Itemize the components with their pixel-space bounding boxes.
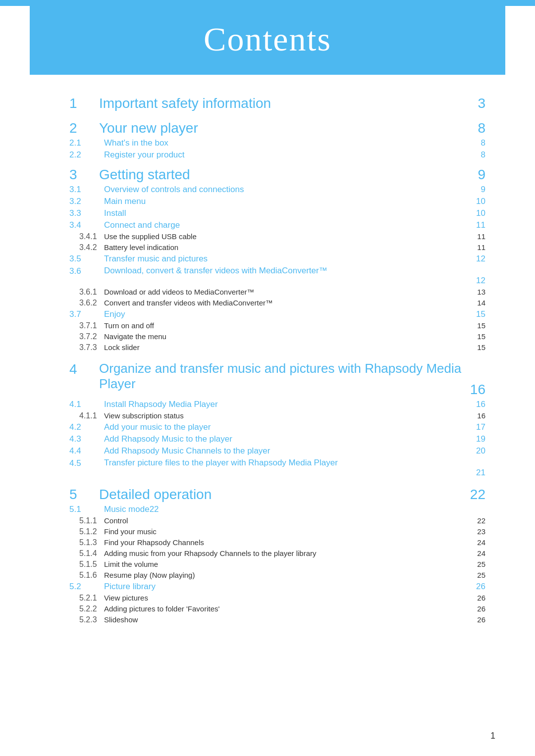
toc-text-4-1: Install Rhapsody Media Player: [99, 400, 466, 409]
toc-page-5-1-1: 22: [466, 516, 485, 525]
toc-page-5-2-3: 26: [466, 615, 485, 624]
toc-page-5-2-1: 26: [466, 594, 485, 602]
top-border: [0, 0, 535, 6]
page: Contents 1 Important safety information …: [0, 0, 535, 756]
toc-num-4: 4: [69, 361, 99, 377]
toc-num-5-1-3: 5.1.3: [69, 538, 99, 547]
toc-text-5: Detailed operation: [99, 487, 466, 503]
toc-page-5-2-2: 26: [466, 605, 485, 613]
toc-text-3-5: Transfer music and pictures: [99, 254, 466, 264]
toc-num-3: 3: [69, 167, 99, 183]
toc-num-4-5: 4.5: [69, 458, 99, 468]
toc-item-5-2: 5.2 Picture library 26: [69, 582, 485, 592]
toc-text-2: Your new player: [99, 120, 466, 136]
toc-page-2-2: 8: [466, 150, 485, 160]
toc-page-3-5: 12: [466, 254, 485, 264]
toc-page-4-4: 20: [466, 446, 485, 456]
toc-text-3-7: Enjoy: [99, 309, 466, 319]
toc-item-5-1-5: 5.1.5 Limit the volume 25: [69, 560, 485, 569]
toc-text-5-1-6: Resume play (Now playing): [99, 571, 466, 579]
toc-page-4-1: 16: [466, 400, 485, 409]
toc-page-4: 16: [466, 361, 485, 398]
toc-page-3-4-2: 11: [466, 243, 485, 252]
toc-text-5-1-1: Control: [99, 516, 466, 525]
toc-num-3-6: 3.6: [69, 266, 99, 276]
toc-num-3-2: 3.2: [69, 197, 99, 206]
toc-page-3-1: 9: [466, 185, 485, 195]
toc-page-3-4-1: 11: [466, 232, 485, 241]
toc-num-2-2: 2.2: [69, 150, 99, 160]
toc-text-3-7-1: Turn on and off: [99, 321, 466, 330]
toc-num-5-1-4: 5.1.4: [69, 549, 99, 558]
toc-text-3-1: Overview of controls and connections: [99, 185, 466, 195]
toc-num-3-4: 3.4: [69, 220, 99, 230]
toc-text-3-7-2: Navigate the menu: [99, 332, 466, 341]
toc-text-3-3: Install: [99, 208, 466, 218]
toc-page-3-6-1: 13: [466, 288, 485, 296]
toc-text-5-1-5: Limit the volume: [99, 560, 466, 568]
toc-num-5-2-3: 5.2.3: [69, 615, 99, 624]
toc-item-1: 1 Important safety information 3: [69, 96, 485, 111]
toc-item-3-6-1: 3.6.1 Download or add videos to MediaCon…: [69, 288, 485, 297]
toc-text-2-2: Register your product: [99, 150, 466, 160]
toc-num-3-4-2: 3.4.2: [69, 243, 99, 252]
toc-item-3-4-1: 3.4.1 Use the supplied USB cable 11: [69, 232, 485, 241]
toc-text-3-6-2: Convert and transfer videos with MediaCo…: [99, 299, 466, 307]
toc-item-4-2: 4.2 Add your music to the player 17: [69, 422, 485, 432]
toc-text-3-7-3: Lock slider: [99, 343, 466, 352]
toc-num-3-6-2: 3.6.2: [69, 299, 99, 307]
toc-page-3-7: 15: [466, 309, 485, 319]
toc-page-3-7-2: 15: [466, 332, 485, 341]
toc-num-3-7-3: 3.7.3: [69, 343, 99, 352]
toc-item-3-5: 3.5 Transfer music and pictures 12: [69, 254, 485, 264]
toc-item-4-5: 4.5 Transfer picture files to the player…: [69, 458, 485, 478]
toc-page-3-2: 10: [466, 197, 485, 206]
toc-text-5-1-3: Find your Rhapsody Channels: [99, 538, 466, 547]
toc-num-3-4-1: 3.4.1: [69, 232, 99, 241]
toc-num-5-1-1: 5.1.1: [69, 516, 99, 525]
toc-num-3-6-1: 3.6.1: [69, 288, 99, 297]
toc-text-5-1: Music mode22: [99, 504, 466, 514]
toc-item-4: 4 Organize and transfer music and pictur…: [69, 361, 485, 398]
toc-page-3-6: 12: [466, 266, 485, 286]
toc-page-2: 8: [466, 120, 485, 136]
toc-text-5-1-4: Adding music from your Rhapsody Channels…: [99, 549, 466, 557]
toc-item-5-1-3: 5.1.3 Find your Rhapsody Channels 24: [69, 538, 485, 547]
toc-item-3-2: 3.2 Main menu 10: [69, 197, 485, 206]
toc-num-3-1: 3.1: [69, 185, 99, 195]
toc-item-3-4-2: 3.4.2 Battery level indication 11: [69, 243, 485, 252]
toc-item-3-6: 3.6 Download, convert & transfer videos …: [69, 266, 485, 286]
toc-page-3-4: 11: [466, 220, 485, 230]
toc-item-5-2-2: 5.2.2 Adding pictures to folder 'Favorit…: [69, 605, 485, 613]
toc-page-5-1-5: 25: [466, 560, 485, 568]
toc-item-3-1: 3.1 Overview of controls and connections…: [69, 185, 485, 195]
toc-item-5-1-4: 5.1.4 Adding music from your Rhapsody Ch…: [69, 549, 485, 558]
toc-num-3-7-1: 3.7.1: [69, 321, 99, 330]
toc-item-3: 3 Getting started 9: [69, 167, 485, 183]
toc-text-3-2: Main menu: [99, 197, 466, 206]
toc-item-3-7: 3.7 Enjoy 15: [69, 309, 485, 319]
toc-page-4-2: 17: [466, 422, 485, 432]
toc-num-5-1-6: 5.1.6: [69, 571, 99, 580]
toc-text-3-4-1: Use the supplied USB cable: [99, 232, 466, 241]
toc-item-4-3: 4.3 Add Rhapsody Music to the player 19: [69, 434, 485, 444]
toc-num-3-3: 3.3: [69, 208, 99, 218]
toc-num-2-1: 2.1: [69, 138, 99, 148]
toc-num-5-1-2: 5.1.2: [69, 527, 99, 536]
toc-item-3-4: 3.4 Connect and charge 11: [69, 220, 485, 230]
toc-page-5-1-4: 24: [466, 549, 485, 557]
toc-num-3-5: 3.5: [69, 254, 99, 264]
toc-text-4-1-1: View subscription status: [99, 411, 466, 420]
toc-item-3-7-3: 3.7.3 Lock slider 15: [69, 343, 485, 352]
toc-page-4-5: 21: [466, 458, 485, 478]
toc-page-1: 3: [466, 96, 485, 111]
toc-num-4-4: 4.4: [69, 446, 99, 456]
toc-item-3-3: 3.3 Install 10: [69, 208, 485, 218]
toc-item-4-1-1: 4.1.1 View subscription status 16: [69, 411, 485, 420]
toc-page-3: 9: [466, 167, 485, 183]
toc-item-5: 5 Detailed operation 22: [69, 487, 485, 503]
toc-page-5-1-3: 24: [466, 538, 485, 547]
toc-text-3-6-1: Download or add videos to MediaConverter…: [99, 288, 466, 296]
toc-num-1: 1: [69, 96, 99, 111]
toc-text-3-4: Connect and charge: [99, 220, 466, 230]
